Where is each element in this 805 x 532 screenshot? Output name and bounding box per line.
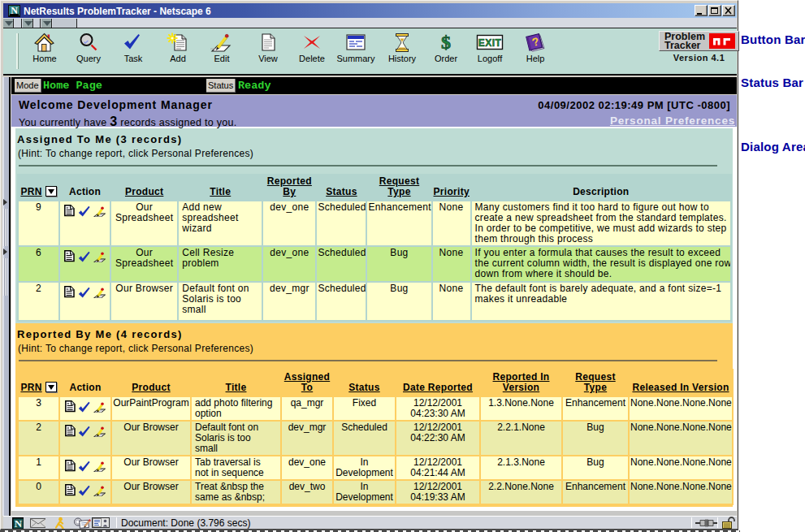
svg-text:N: N: [15, 517, 23, 529]
svg-text:$: $: [441, 32, 451, 53]
svg-text:EXIT: EXIT: [478, 37, 502, 49]
